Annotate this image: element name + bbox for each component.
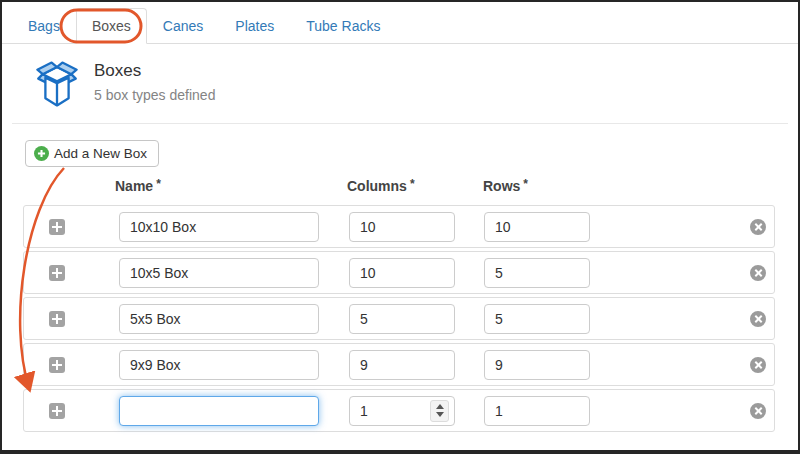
rows-input[interactable] — [484, 212, 590, 242]
tab-tube-racks[interactable]: Tube Racks — [290, 8, 396, 44]
rows-input[interactable] — [484, 258, 590, 288]
add-row-handle-icon[interactable] — [49, 311, 65, 327]
table-row — [23, 251, 775, 294]
section-header: Boxes 5 box types defined — [2, 44, 798, 109]
rows-input[interactable] — [484, 304, 590, 334]
required-marker: * — [523, 177, 528, 191]
delete-row-icon[interactable] — [750, 219, 766, 235]
tab-boxes[interactable]: Boxes — [76, 8, 147, 44]
columns-input[interactable] — [349, 350, 455, 380]
number-spinner[interactable] — [430, 400, 449, 422]
add-new-box-label: Add a New Box — [54, 146, 147, 161]
name-input[interactable] — [119, 304, 319, 334]
delete-row-icon[interactable] — [750, 357, 766, 373]
name-input[interactable] — [119, 396, 319, 426]
tab-bags[interactable]: Bags — [12, 8, 76, 44]
box-type-list — [23, 205, 775, 432]
page-subtitle: 5 box types defined — [94, 87, 215, 103]
tab-bar: Bags Boxes Canes Plates Tube Racks — [2, 2, 798, 44]
add-row-handle-icon[interactable] — [49, 357, 65, 373]
add-new-box-button[interactable]: Add a New Box — [25, 140, 159, 167]
table-row-new — [23, 389, 775, 432]
spinner-down-icon[interactable] — [436, 412, 444, 417]
columns-input[interactable] — [349, 258, 455, 288]
column-header-rows: Rows* — [483, 177, 528, 194]
required-marker: * — [156, 177, 161, 191]
required-marker: * — [410, 177, 415, 191]
table-row — [23, 343, 775, 386]
name-input[interactable] — [119, 212, 319, 242]
table-row — [23, 205, 775, 248]
add-row-handle-icon[interactable] — [49, 265, 65, 281]
header-text: Boxes 5 box types defined — [94, 59, 215, 103]
header-divider — [12, 123, 788, 124]
add-row-handle-icon[interactable] — [49, 403, 65, 419]
tab-plates[interactable]: Plates — [219, 8, 290, 44]
delete-row-icon[interactable] — [750, 265, 766, 281]
boxes-settings-panel: Bags Boxes Canes Plates Tube Racks — [0, 0, 800, 454]
table-header-row: Name* Columns* Rows* — [2, 177, 798, 197]
rows-input[interactable] — [484, 350, 590, 380]
column-header-columns: Columns* — [347, 177, 415, 194]
page-title: Boxes — [94, 61, 215, 81]
delete-row-icon[interactable] — [750, 403, 766, 419]
plus-circle-icon — [34, 146, 49, 161]
rows-input[interactable] — [484, 396, 590, 426]
name-input[interactable] — [119, 350, 319, 380]
delete-row-icon[interactable] — [750, 311, 766, 327]
table-row — [23, 297, 775, 340]
columns-input[interactable] — [349, 304, 455, 334]
open-box-icon — [30, 59, 84, 109]
column-header-name: Name* — [115, 177, 161, 194]
spinner-up-icon[interactable] — [436, 404, 444, 409]
tab-canes[interactable]: Canes — [147, 8, 219, 44]
columns-input[interactable] — [349, 212, 455, 242]
add-row-handle-icon[interactable] — [49, 219, 65, 235]
name-input[interactable] — [119, 258, 319, 288]
